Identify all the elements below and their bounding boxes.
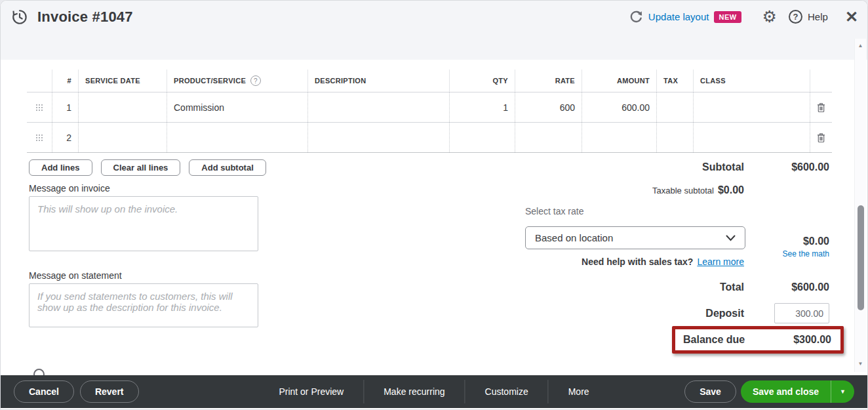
learn-more-link[interactable]: Learn more xyxy=(697,256,744,267)
table-header-row: # SERVICE DATE PRODUCT/SERVICE ? DESCRIP… xyxy=(27,70,832,92)
product-service-help-icon[interactable]: ? xyxy=(250,75,261,86)
cell-product-service[interactable] xyxy=(167,123,307,152)
new-badge: NEW xyxy=(714,11,741,23)
top-bar: Invoice #1047 Update layout NEW ⚙ ? Help… xyxy=(1,1,867,60)
sales-tax-help-text: Need help with sales tax? xyxy=(582,256,693,267)
subtotal-label: Subtotal xyxy=(702,161,744,173)
header-amount: AMOUNT xyxy=(582,70,656,92)
header-description: DESCRIPTION xyxy=(307,70,449,92)
chevron-down-icon xyxy=(726,235,736,241)
tax-amount-value: $0.00 xyxy=(803,236,829,247)
save-button[interactable]: Save xyxy=(684,380,736,403)
tax-rate-dropdown[interactable]: Based on location xyxy=(525,226,745,249)
add-subtotal-button[interactable]: Add subtotal xyxy=(189,159,266,176)
cell-line-number: 2 xyxy=(52,123,78,152)
header-class: CLASS xyxy=(693,70,810,92)
clear-all-lines-button[interactable]: Clear all lines xyxy=(101,159,181,176)
cell-rate[interactable]: 600 xyxy=(515,92,582,122)
make-recurring-button[interactable]: Make recurring xyxy=(364,375,464,408)
cell-class[interactable] xyxy=(693,92,810,122)
update-layout-button[interactable]: Update layout NEW xyxy=(629,10,741,24)
table-row: 2 xyxy=(27,123,832,153)
select-tax-rate-label: Select tax rate xyxy=(525,206,584,216)
header-grip-spacer xyxy=(27,70,52,92)
close-icon[interactable]: ✕ xyxy=(845,9,858,25)
message-on-invoice-label: Message on invoice xyxy=(29,183,110,194)
more-button[interactable]: More xyxy=(549,375,609,408)
header-rate: RATE xyxy=(515,70,582,92)
message-on-statement-input[interactable] xyxy=(29,283,258,327)
total-label: Total xyxy=(720,281,744,293)
save-options-caret-icon[interactable]: ▼ xyxy=(831,380,854,403)
see-the-math-link[interactable]: See the math xyxy=(783,249,829,258)
save-and-close-label: Save and close xyxy=(741,380,831,403)
cell-qty[interactable] xyxy=(449,123,515,152)
header-delete-spacer xyxy=(810,70,832,92)
deposit-input[interactable] xyxy=(774,303,829,323)
cell-product-service[interactable]: Commission xyxy=(167,92,307,122)
customize-button[interactable]: Customize xyxy=(465,375,548,408)
trash-icon[interactable] xyxy=(810,123,832,152)
total-value: $600.00 xyxy=(791,281,829,293)
scrollbar-thumb[interactable] xyxy=(858,205,864,310)
page-title: Invoice #1047 xyxy=(37,9,133,26)
cell-class[interactable] xyxy=(693,123,810,152)
line-actions: Add lines Clear all lines Add subtotal xyxy=(29,159,266,176)
cell-rate[interactable] xyxy=(515,123,582,152)
message-on-statement-label: Message on statement xyxy=(29,270,122,281)
scroll-down-icon[interactable]: ▼ xyxy=(855,361,866,367)
refresh-icon xyxy=(629,10,643,24)
print-or-preview-button[interactable]: Print or Preview xyxy=(259,375,363,408)
tax-rate-selected: Based on location xyxy=(535,232,613,243)
taxable-subtotal: Taxable subtotal $0.00 xyxy=(652,184,744,196)
history-icon[interactable] xyxy=(11,9,28,26)
header-product-service: PRODUCT/SERVICE ? xyxy=(167,70,307,92)
save-and-close-button[interactable]: Save and close ▼ xyxy=(741,380,854,403)
header-tax: TAX xyxy=(656,70,693,92)
help-icon: ? xyxy=(789,10,802,24)
cell-tax[interactable] xyxy=(656,123,693,152)
balance-due-label: Balance due xyxy=(683,334,745,346)
taxable-subtotal-value: $0.00 xyxy=(718,184,744,196)
header-line-number: # xyxy=(52,70,78,92)
drag-handle-icon[interactable] xyxy=(27,123,52,152)
cell-description[interactable] xyxy=(307,123,449,152)
invoice-editor-modal: Invoice #1047 Update layout NEW ⚙ ? Help… xyxy=(0,0,868,410)
taxable-subtotal-label: Taxable subtotal xyxy=(652,186,714,195)
gear-icon[interactable]: ⚙ xyxy=(762,9,777,25)
help-button[interactable]: ? Help xyxy=(789,10,828,24)
revert-button[interactable]: Revert xyxy=(80,380,139,403)
cell-tax[interactable] xyxy=(656,92,693,122)
help-label: Help xyxy=(808,11,828,22)
vertical-scrollbar[interactable]: ▲ ▼ xyxy=(854,39,866,372)
cell-service-date[interactable] xyxy=(78,123,167,152)
cancel-button[interactable]: Cancel xyxy=(14,380,74,403)
table-row: 1 Commission 1 600 600.00 xyxy=(27,92,832,123)
balance-due-value: $300.00 xyxy=(793,334,831,346)
cell-amount[interactable]: 600.00 xyxy=(582,92,656,122)
scroll-up-icon[interactable]: ▲ xyxy=(855,43,866,49)
message-on-invoice-input[interactable] xyxy=(29,196,258,251)
cell-qty[interactable]: 1 xyxy=(449,92,515,122)
cell-description[interactable] xyxy=(307,92,449,122)
cell-amount[interactable] xyxy=(582,123,656,152)
subtotal-value: $600.00 xyxy=(791,161,829,173)
line-items-table: # SERVICE DATE PRODUCT/SERVICE ? DESCRIP… xyxy=(27,70,832,153)
trash-icon[interactable] xyxy=(810,92,832,122)
add-lines-button[interactable]: Add lines xyxy=(29,159,92,176)
deposit-label: Deposit xyxy=(705,308,744,319)
header-qty: QTY xyxy=(449,70,515,92)
sales-tax-help: Need help with sales tax? Learn more xyxy=(582,256,744,267)
footer-center-menu: Print or Preview Make recurring Customiz… xyxy=(259,375,608,408)
update-layout-label: Update layout xyxy=(648,11,709,22)
footer-bar: Cancel Revert Print or Preview Make recu… xyxy=(1,375,867,408)
cell-service-date[interactable] xyxy=(78,92,167,122)
header-service-date: SERVICE DATE xyxy=(78,70,167,92)
cell-line-number: 1 xyxy=(52,92,78,122)
balance-due-annotation-box: Balance due $300.00 xyxy=(672,326,844,354)
drag-handle-icon[interactable] xyxy=(27,92,52,122)
